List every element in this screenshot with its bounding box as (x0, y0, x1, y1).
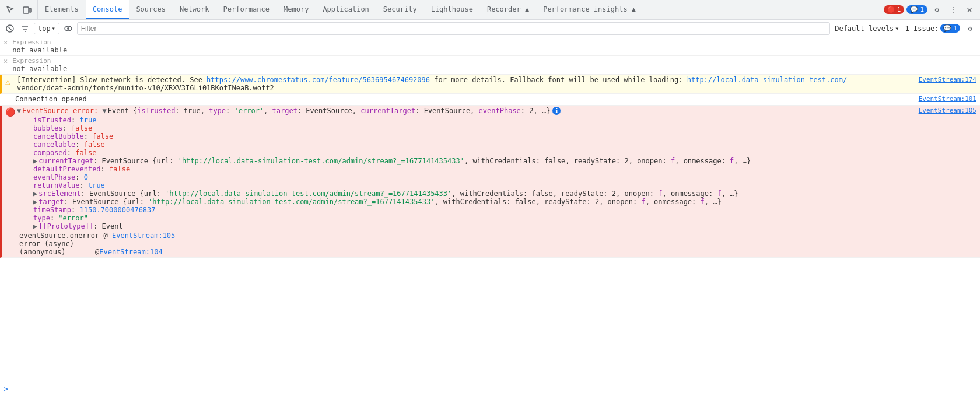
stack-frame-async: error (async) (19, 240, 977, 248)
console-settings-button[interactable]: ⚙ (964, 22, 977, 35)
close-devtools-button[interactable]: ✕ (963, 3, 977, 17)
info-count-badge[interactable]: 💬 1 (907, 5, 928, 14)
chevron-down-icon-levels: ▾ (895, 24, 899, 33)
filter-button[interactable] (19, 22, 32, 35)
svg-point-8 (67, 27, 69, 30)
close-expression-1[interactable]: × (4, 38, 8, 47)
tab-recorder[interactable]: Recorder ▲ (480, 0, 536, 19)
eye-icon-button[interactable] (62, 22, 75, 35)
prop-bubbles: bubbles: false (33, 124, 977, 132)
prop-target: ▶target: EventSource {url: 'http://local… (33, 198, 977, 206)
prompt-arrow-icon: > (4, 384, 8, 393)
console-content: × Expression not available × Expression … (0, 37, 980, 381)
prop-composed: composed: false (33, 149, 977, 157)
expression-value-1: not available (12, 46, 977, 54)
prop-srcElement: ▶srcElement: EventSource {url: 'http://l… (33, 190, 977, 198)
console-prompt: > (0, 381, 980, 396)
warning-text-path: vendor/dcat-admin/fonts/nunito-v10/XRXV3… (17, 84, 274, 92)
event-summary-text: Event {isTrusted: true, type: 'error', t… (108, 107, 551, 115)
svg-line-3 (8, 27, 12, 30)
default-levels-button[interactable]: Default levels ▾ (832, 23, 901, 34)
tab-security[interactable]: Security (376, 0, 424, 19)
error-row-eventsource: 🔴 ▼ EventSource error: ▼ Event {isTruste… (0, 106, 980, 258)
console-toolbar: top ▾ Default levels ▾ 1 Issue: 💬 1 (0, 20, 980, 37)
more-options-button[interactable]: ⋮ (946, 3, 960, 17)
prop-defaultPrevented: defaultPrevented: false (33, 165, 977, 173)
console-prompt-input[interactable] (10, 385, 977, 393)
settings-button[interactable]: ⚙ (930, 3, 944, 17)
chevron-down-icon: ▾ (52, 25, 55, 31)
stack-label-1: eventSource.onerror @ (19, 232, 112, 240)
close-expression-2[interactable]: × (4, 57, 8, 65)
warning-content: [Intervention] Slow network is detected.… (15, 76, 913, 92)
prop-currentTarget: ▶currentTarget: EventSource {url: 'http:… (33, 157, 977, 165)
stack-trace: eventSource.onerror @ EventStream:105 er… (5, 232, 977, 256)
prop-timeStamp: timeStamp: 1150.7000000476837 (33, 206, 977, 214)
warning-text-middle: for more details. Fallback font will be … (430, 76, 687, 84)
toolbar-right: 🔴 1 💬 1 ⚙ ⋮ ✕ (880, 3, 980, 17)
tab-elements[interactable]: Elements (38, 0, 86, 19)
tab-memory[interactable]: Memory (276, 0, 316, 19)
javascript-context-selector[interactable]: top ▾ (34, 23, 60, 34)
prop-eventPhase: eventPhase: 0 (33, 173, 977, 181)
expression-value-2: not available (12, 65, 977, 73)
toolbar-icons-group (0, 0, 38, 19)
filter-container (77, 22, 830, 35)
intervention-link-1[interactable]: https://www.chromestatus.com/feature/563… (206, 76, 430, 84)
error-row-header: 🔴 ▼ EventSource error: ▼ Event {isTruste… (5, 107, 977, 116)
prop-cancelBubble: cancelBubble: false (33, 132, 977, 141)
error-header-content: ▼ EventSource error: ▼ Event {isTrusted:… (15, 107, 913, 115)
stack-source-2[interactable]: EventStream:104 (99, 248, 162, 256)
warning-source[interactable]: EventStream:174 (913, 76, 977, 83)
filter-input[interactable] (78, 23, 830, 34)
connection-opened-text: Connection opened (15, 95, 87, 103)
event-info-icon[interactable]: i (552, 107, 561, 115)
tab-lighthouse[interactable]: Lighthouse (424, 0, 480, 19)
tab-performance[interactable]: Performance (216, 0, 276, 19)
error-count-badge[interactable]: 🔴 1 (884, 5, 905, 14)
stack-frame-1: eventSource.onerror @ EventStream:105 (19, 232, 977, 240)
eventsource-error-prefix: EventSource error: (22, 107, 98, 115)
event-obj-toggle[interactable]: ▼ (103, 107, 107, 115)
stack-frame-2: (anonymous) @ EventStream:104 (19, 248, 977, 256)
devtools-toolbar: Elements Console Sources Network Perform… (0, 0, 980, 20)
stack-at-label: @ (95, 248, 99, 256)
info-icon: 💬 (910, 6, 918, 13)
svg-rect-0 (23, 7, 29, 13)
tab-network[interactable]: Network (173, 0, 216, 19)
tab-sources[interactable]: Sources (129, 0, 173, 19)
eventsource-error-source[interactable]: EventStream:105 (913, 107, 977, 114)
prop-cancelable: cancelable: false (33, 141, 977, 149)
console-toolbar-right: Default levels ▾ 1 Issue: 💬 1 ⚙ (832, 22, 977, 35)
inspect-element-button[interactable] (2, 2, 19, 18)
device-toolbar-button[interactable] (19, 2, 35, 18)
tab-application[interactable]: Application (316, 0, 376, 19)
expression-row-2: × Expression not available (0, 56, 980, 75)
gear-icon: ⚙ (968, 24, 972, 33)
expression-row-1: × Expression not available (0, 37, 980, 56)
eventsource-error-toggle[interactable]: ▼ (17, 107, 21, 115)
issue-button[interactable]: 1 Issue: 💬 1 (905, 24, 960, 33)
prop-type: type: "error" (33, 214, 977, 222)
issue-info-icon: 💬 (943, 24, 951, 32)
stack-source-1[interactable]: EventStream:105 (112, 232, 175, 240)
warning-icon: ⚠ (5, 76, 15, 86)
error-icon: 🔴 (5, 107, 15, 116)
prop-returnValue: returnValue: true (33, 181, 977, 190)
tab-performance-insights[interactable]: Performance insights ▲ (536, 0, 643, 19)
event-properties: isTrusted: true bubbles: false cancelBub… (5, 116, 977, 230)
tab-console[interactable]: Console (86, 0, 130, 19)
info-row-icon (4, 95, 13, 96)
info-row-connection: Connection opened EventStream:101 (0, 94, 980, 106)
svg-rect-1 (29, 8, 31, 12)
expression-content-1: Expression not available (10, 38, 977, 54)
tabs-bar: Elements Console Sources Network Perform… (38, 0, 880, 19)
info-content: Connection opened (13, 95, 913, 103)
connection-source[interactable]: EventStream:101 (913, 95, 977, 103)
clear-console-button[interactable] (4, 22, 16, 35)
warning-text-prefix: [Intervention] Slow network is detected.… (17, 76, 206, 84)
warning-row-intervention: ⚠ [Intervention] Slow network is detecte… (0, 75, 980, 94)
expression-label-2: Expression (12, 57, 977, 65)
devtools-main: top ▾ Default levels ▾ 1 Issue: 💬 1 (0, 20, 980, 396)
intervention-link-2[interactable]: http://local.data-simulation-test.com/ (687, 76, 848, 84)
